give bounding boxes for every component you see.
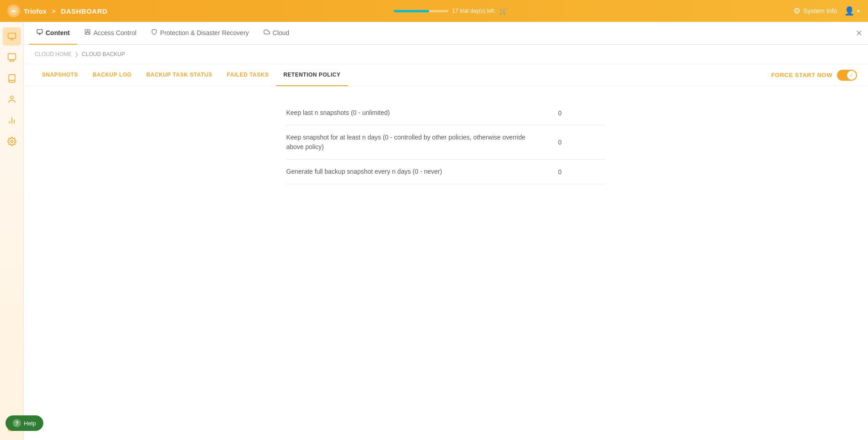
policy-value-2[interactable]: 0 [551, 168, 606, 176]
policy-label-0: Keep last n snapshots (0 - unlimited) [286, 108, 540, 118]
sidebar-item-book[interactable] [3, 69, 21, 88]
svg-point-10 [10, 140, 13, 143]
trial-text: 17 trial day(s) left. [452, 8, 495, 14]
svg-rect-12 [37, 30, 42, 33]
user-menu-button[interactable]: 👤 ▼ [844, 6, 861, 16]
trial-progress-fill [394, 10, 429, 12]
trial-progress-bar [394, 10, 448, 12]
policy-row-2: Generate full backup snapshot every n da… [286, 160, 606, 184]
system-info[interactable]: ⚙ System Info [793, 6, 837, 16]
app-header: Triofox > DASHBOARD 17 trial day(s) left… [0, 0, 868, 22]
cart-icon[interactable]: 🛒 [499, 7, 507, 15]
gear-icon: ⚙ [793, 6, 800, 16]
tab-content-label: Content [46, 29, 70, 36]
sub-tab-retention-policy[interactable]: RETENTION POLICY [276, 64, 348, 86]
app-layout: Content Access Control Protection & Disa… [0, 22, 868, 440]
dashboard-label[interactable]: DASHBOARD [61, 7, 108, 15]
breadcrumb-home[interactable]: CLOUD HOME [35, 51, 72, 57]
sub-tab-bar: SNAPSHOTS BACKUP LOG BACKUP TASK STATUS … [24, 64, 868, 86]
sidebar [0, 22, 24, 440]
help-icon: ? [13, 419, 21, 427]
force-start-label[interactable]: FORCE START NOW [771, 72, 832, 78]
user-icon: 👤 [844, 6, 854, 16]
tab-content[interactable]: Content [29, 22, 77, 45]
policy-label-1: Keep snapshot for at least n days (0 - c… [286, 133, 540, 152]
header-arrow: > [52, 8, 56, 15]
system-info-label: System Info [803, 7, 837, 15]
trial-area: 17 trial day(s) left. 🛒 [108, 7, 794, 15]
content-area: Keep last n snapshots (0 - unlimited) 0 … [24, 86, 868, 440]
svg-rect-1 [8, 33, 16, 39]
policy-label-2: Generate full backup snapshot every n da… [286, 167, 540, 176]
sidebar-item-user[interactable] [3, 90, 21, 109]
policy-value-1[interactable]: 0 [551, 139, 606, 146]
retention-policy-table: Keep last n snapshots (0 - unlimited) 0 … [286, 101, 606, 184]
policy-value-0[interactable]: 0 [551, 109, 606, 117]
sub-tab-failed-tasks[interactable]: FAILED TASKS [219, 64, 276, 86]
policy-row-1: Keep snapshot for at least n days (0 - c… [286, 125, 606, 160]
brand-logo: Triofox > DASHBOARD [7, 5, 108, 17]
logo-icon [7, 5, 20, 17]
sidebar-item-desktop[interactable] [3, 48, 21, 67]
sub-tab-backup-log[interactable]: BACKUP LOG [85, 64, 139, 86]
tab-cloud-label: Cloud [273, 29, 290, 36]
user-dropdown-arrow: ▼ [856, 9, 861, 14]
policy-row-0: Keep last n snapshots (0 - unlimited) 0 [286, 101, 606, 125]
tab-protection[interactable]: Protection & Disaster Recovery [144, 22, 256, 45]
main-content: Content Access Control Protection & Disa… [24, 22, 868, 440]
svg-point-6 [10, 96, 13, 99]
tab-cloud-icon [264, 29, 270, 36]
tab-protection-label: Protection & Disaster Recovery [160, 29, 249, 36]
header-right: ⚙ System Info 👤 ▼ [793, 6, 861, 16]
close-button[interactable]: ✕ [856, 29, 863, 37]
breadcrumb: CLOUD HOME ❯ CLOUD BACKUP [24, 45, 868, 64]
trial-bar: 17 trial day(s) left. 🛒 [394, 7, 507, 15]
force-start-toggle[interactable]: ✓ [837, 70, 857, 81]
sub-tab-backup-task-status[interactable]: BACKUP TASK STATUS [139, 64, 220, 86]
svg-rect-5 [10, 60, 13, 61]
force-start-area: FORCE START NOW ✓ [771, 70, 857, 81]
tab-access-control-label: Access Control [94, 29, 136, 36]
tab-content-icon [36, 29, 43, 36]
breadcrumb-separator: ❯ [74, 51, 79, 57]
svg-rect-4 [8, 54, 16, 60]
tab-protection-icon [151, 29, 157, 36]
sub-tab-snapshots[interactable]: SNAPSHOTS [35, 64, 85, 86]
sidebar-item-chart[interactable] [3, 111, 21, 129]
sidebar-item-monitor[interactable] [3, 27, 21, 46]
brand-name: Triofox [24, 7, 47, 15]
toggle-knob: ✓ [847, 71, 856, 80]
tab-access-control[interactable]: Access Control [77, 22, 144, 45]
tab-cloud[interactable]: Cloud [256, 22, 297, 45]
breadcrumb-current: CLOUD BACKUP [82, 51, 125, 57]
help-button[interactable]: ? Help [5, 415, 43, 431]
help-label: Help [24, 420, 36, 427]
sidebar-item-settings[interactable] [3, 132, 21, 150]
tab-bar: Content Access Control Protection & Disa… [24, 22, 868, 45]
tab-access-control-icon [84, 29, 91, 36]
